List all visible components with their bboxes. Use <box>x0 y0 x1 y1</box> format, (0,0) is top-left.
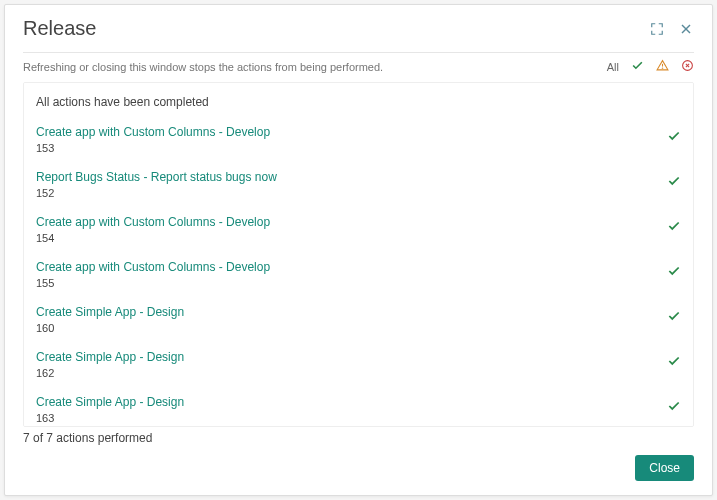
filter-icons: All <box>607 59 694 74</box>
action-id: 154 <box>36 232 667 244</box>
action-left: Create app with Custom Columns - Develop… <box>36 215 667 244</box>
action-left: Create app with Custom Columns - Develop… <box>36 260 667 289</box>
checkmark-icon <box>667 264 681 278</box>
action-title[interactable]: Create app with Custom Columns - Develop <box>36 215 667 229</box>
action-id: 153 <box>36 142 667 154</box>
checkmark-icon <box>667 354 681 368</box>
action-row: Create app with Custom Columns - Develop… <box>24 254 693 299</box>
filter-all[interactable]: All <box>607 61 619 73</box>
expand-icon[interactable] <box>650 22 664 36</box>
list-inner: All actions have been completed Create a… <box>23 82 694 427</box>
action-id: 162 <box>36 367 667 379</box>
svg-point-3 <box>662 68 663 69</box>
filter-row: Refreshing or closing this window stops … <box>5 53 712 82</box>
action-left: Create app with Custom Columns - Develop… <box>36 125 667 154</box>
close-button[interactable]: Close <box>635 455 694 481</box>
action-row: Create Simple App - Design162 <box>24 344 693 389</box>
header-icons <box>650 21 694 37</box>
filter-hint: Refreshing or closing this window stops … <box>23 61 383 73</box>
completed-message: All actions have been completed <box>24 95 693 119</box>
checkmark-icon <box>667 309 681 323</box>
action-left: Create Simple App - Design162 <box>36 350 667 379</box>
action-left: Create Simple App - Design160 <box>36 305 667 334</box>
action-title[interactable]: Create app with Custom Columns - Develop <box>36 260 667 274</box>
action-id: 163 <box>36 412 667 424</box>
action-title[interactable]: Create app with Custom Columns - Develop <box>36 125 667 139</box>
checkmark-icon <box>667 219 681 233</box>
list-container: All actions have been completed Create a… <box>5 82 712 427</box>
actions-list: Create app with Custom Columns - Develop… <box>24 119 693 427</box>
checkmark-icon <box>667 129 681 143</box>
action-title[interactable]: Create Simple App - Design <box>36 350 667 364</box>
action-title[interactable]: Create Simple App - Design <box>36 395 667 409</box>
footer-buttons: Close <box>5 445 712 495</box>
checkmark-icon <box>667 174 681 188</box>
action-row: Create Simple App - Design160 <box>24 299 693 344</box>
footer-status: 7 of 7 actions performed <box>5 427 712 445</box>
modal-title: Release <box>23 17 96 40</box>
action-title[interactable]: Create Simple App - Design <box>36 305 667 319</box>
action-row: Create Simple App - Design163 <box>24 389 693 427</box>
filter-error-icon[interactable] <box>681 59 694 74</box>
action-row: Create app with Custom Columns - Develop… <box>24 119 693 164</box>
action-left: Report Bugs Status - Report status bugs … <box>36 170 667 199</box>
action-left: Create Simple App - Design163 <box>36 395 667 424</box>
filter-warning-icon[interactable] <box>656 59 669 74</box>
action-id: 155 <box>36 277 667 289</box>
release-modal: Release Refreshing or closing this windo… <box>4 4 713 496</box>
action-title[interactable]: Report Bugs Status - Report status bugs … <box>36 170 667 184</box>
modal-header: Release <box>5 5 712 52</box>
filter-success-icon[interactable] <box>631 59 644 74</box>
action-id: 152 <box>36 187 667 199</box>
action-id: 160 <box>36 322 667 334</box>
close-icon[interactable] <box>678 21 694 37</box>
action-row: Report Bugs Status - Report status bugs … <box>24 164 693 209</box>
checkmark-icon <box>667 399 681 413</box>
action-row: Create app with Custom Columns - Develop… <box>24 209 693 254</box>
